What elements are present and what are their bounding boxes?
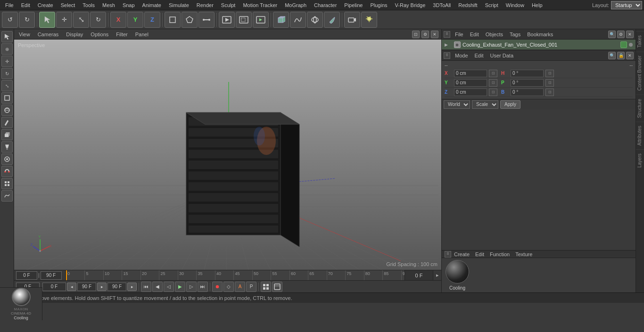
- attr-h-arrow[interactable]: ⊡: [545, 70, 554, 77]
- obj-menu-file[interactable]: File: [453, 31, 465, 38]
- attr-menu-userdata[interactable]: User Data: [488, 52, 516, 59]
- playback-end-input[interactable]: [77, 283, 96, 291]
- side-tab-layers[interactable]: Layers: [636, 149, 644, 171]
- attr-h-val[interactable]: [511, 70, 544, 77]
- obj-menu-bookmarks[interactable]: Bookmarks: [525, 31, 555, 38]
- rotate-tool-button[interactable]: ↻: [90, 12, 106, 28]
- edge-mode-button[interactable]: [198, 12, 215, 28]
- menu-pipeline[interactable]: Pipeline: [341, 1, 366, 9]
- menu-create[interactable]: Create: [34, 1, 57, 9]
- undo-button[interactable]: ↺: [2, 12, 18, 28]
- object-mode-button[interactable]: [165, 12, 181, 28]
- mat-menu-texture[interactable]: Texture: [515, 251, 532, 257]
- menu-snap[interactable]: Snap: [119, 1, 138, 9]
- end-frame-input[interactable]: [41, 271, 62, 280]
- menu-edit[interactable]: Edit: [18, 1, 33, 9]
- attr-y-pos[interactable]: [454, 79, 487, 87]
- attr-z-pos[interactable]: [454, 89, 487, 96]
- viewport-menu-display[interactable]: Display: [64, 31, 85, 38]
- timeline-ruler[interactable]: 0 5 10 15 20 25 30 35 40 45 50 55 60 65 …: [66, 270, 405, 280]
- spline-button[interactable]: [290, 12, 306, 28]
- side-tab-content-browser[interactable]: Content Browser: [636, 51, 644, 94]
- mat-menu-edit[interactable]: Edit: [475, 251, 484, 257]
- left-tool-knife[interactable]: [1, 117, 13, 128]
- obj-close-btn[interactable]: ✕: [626, 31, 634, 38]
- left-tool-sculpt[interactable]: [1, 190, 13, 202]
- menu-3dtoall[interactable]: 3DToAll: [429, 1, 454, 9]
- left-tool-extrude[interactable]: [1, 129, 13, 140]
- select-tool-button[interactable]: [39, 12, 55, 28]
- menu-script[interactable]: Script: [482, 1, 502, 9]
- apply-button[interactable]: Apply: [500, 100, 520, 109]
- play-forward-button[interactable]: ▶: [175, 282, 185, 292]
- 3d-viewport[interactable]: Y X Z Perspective Grid Spacing : 100 cm: [14, 40, 441, 270]
- frame-step-down[interactable]: ◂: [67, 283, 76, 291]
- left-tool-polygon[interactable]: [1, 92, 13, 104]
- attr-x-pos[interactable]: [454, 70, 487, 77]
- world-dropdown[interactable]: World: [444, 100, 470, 109]
- menu-window[interactable]: Window: [503, 1, 528, 9]
- redo-button[interactable]: ↻: [19, 12, 35, 28]
- timeline-frame-display[interactable]: 0 F: [405, 270, 433, 280]
- step-forward-button[interactable]: ▷: [186, 282, 197, 292]
- attr-menu-mode[interactable]: Mode: [453, 52, 470, 59]
- menu-mograph[interactable]: MoGraph: [281, 1, 310, 9]
- attr-close-btn[interactable]: ✕: [626, 52, 634, 59]
- timeline-end-frame-btn[interactable]: ▸: [433, 270, 441, 280]
- attr-menu-edit[interactable]: Edit: [473, 52, 486, 59]
- left-tool-rotate[interactable]: ↻: [1, 68, 13, 79]
- render-view-button[interactable]: [219, 12, 235, 28]
- deformer-button[interactable]: [324, 12, 340, 28]
- viewport-menu-options[interactable]: Options: [89, 31, 110, 38]
- render-preview-button[interactable]: [272, 282, 282, 292]
- menu-plugins[interactable]: Plugins: [367, 1, 390, 9]
- menu-mesh[interactable]: Mesh: [99, 1, 118, 9]
- left-tool-2[interactable]: ⊕: [1, 43, 13, 55]
- go-end-button[interactable]: ⏭: [198, 282, 208, 292]
- keyframe-button[interactable]: ◇: [223, 282, 234, 292]
- menu-motion-tracker[interactable]: Motion Tracker: [239, 1, 281, 9]
- obj-search-btn[interactable]: 🔍: [608, 31, 616, 38]
- viewport-configure-btn[interactable]: ⚙: [421, 31, 429, 38]
- side-tab-structure[interactable]: Structure: [636, 95, 644, 122]
- z-axis-button[interactable]: Z: [144, 12, 160, 28]
- step-back-button[interactable]: ◀: [152, 282, 163, 292]
- obj-menu-tags[interactable]: Tags: [508, 31, 522, 38]
- polygon-mode-button[interactable]: [182, 12, 198, 28]
- object-item[interactable]: ▶ Cooling_Exhaust_Fan_Vent_Closed_001: [442, 40, 636, 50]
- render-button[interactable]: [253, 12, 269, 28]
- light-button[interactable]: [361, 12, 377, 28]
- attr-lock-btn[interactable]: 🔒: [617, 52, 625, 59]
- mat-menu-create[interactable]: Create: [454, 251, 470, 257]
- obj-menu-edit[interactable]: Edit: [468, 31, 481, 38]
- scale-tool-button[interactable]: ⤡: [73, 12, 89, 28]
- viewport-menu-view[interactable]: View: [17, 31, 32, 38]
- viewport-menu-cameras[interactable]: Cameras: [36, 31, 61, 38]
- playback-end2-input[interactable]: [107, 283, 126, 291]
- attr-b-val[interactable]: [511, 89, 544, 96]
- attr-z-arrow[interactable]: ⊡: [489, 89, 497, 96]
- nurbs-button[interactable]: [307, 12, 323, 28]
- menu-sculpt[interactable]: Sculpt: [218, 1, 239, 9]
- menu-character[interactable]: Character: [311, 1, 340, 9]
- move-tool-button[interactable]: ✛: [56, 12, 72, 28]
- attr-y-arrow[interactable]: ⊡: [489, 79, 497, 87]
- left-tool-scale[interactable]: ⤡: [1, 80, 13, 91]
- go-start-button[interactable]: ⏮: [141, 282, 151, 292]
- viewport-menu-filter[interactable]: Filter: [114, 31, 129, 38]
- viewport-close-btn[interactable]: ✕: [431, 31, 438, 38]
- left-tool-move[interactable]: ✛: [1, 56, 13, 67]
- menu-file[interactable]: File: [2, 1, 17, 9]
- layout-dropdown[interactable]: Startup: [611, 1, 642, 9]
- x-axis-button[interactable]: X: [110, 12, 126, 28]
- attr-b-arrow[interactable]: ⊡: [545, 89, 554, 96]
- frame-step-up[interactable]: ▸: [97, 283, 107, 291]
- menu-render[interactable]: Render: [193, 1, 217, 9]
- attr-search-btn[interactable]: 🔍: [608, 52, 616, 59]
- left-tool-grid[interactable]: [1, 178, 13, 189]
- start-frame-input[interactable]: [16, 271, 37, 280]
- attr-x-arrow[interactable]: ⊡: [489, 70, 497, 77]
- menu-tools[interactable]: Tools: [79, 1, 98, 9]
- cube-primitive-button[interactable]: [273, 12, 289, 28]
- side-tab-takes[interactable]: Takes: [636, 31, 644, 51]
